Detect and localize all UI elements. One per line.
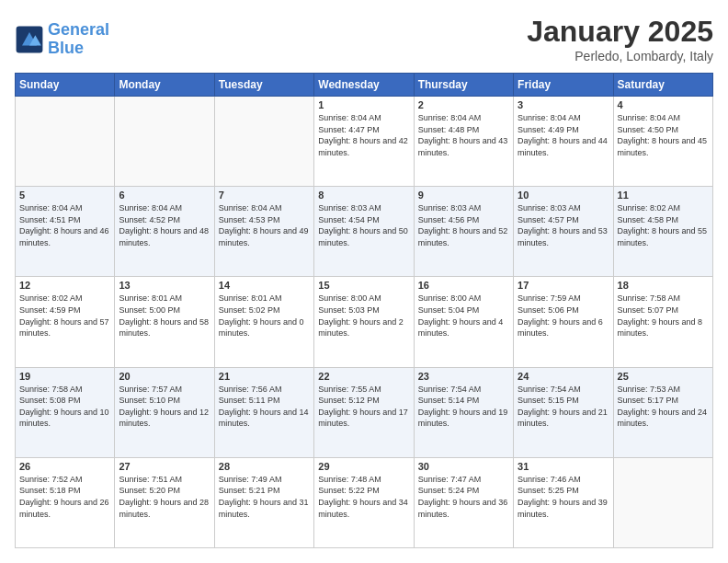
calendar-day-cell: 24Sunrise: 7:54 AM Sunset: 5:15 PM Dayli… bbox=[514, 367, 613, 457]
day-number: 24 bbox=[518, 371, 609, 382]
day-info: Sunrise: 8:00 AM Sunset: 5:04 PM Dayligh… bbox=[418, 293, 509, 339]
header: General Blue January 2025 Perledo, Lomba… bbox=[15, 15, 713, 63]
day-number: 18 bbox=[618, 280, 709, 291]
day-number: 7 bbox=[219, 190, 310, 201]
day-info: Sunrise: 8:03 AM Sunset: 4:54 PM Dayligh… bbox=[318, 202, 409, 248]
calendar-day-cell: 9Sunrise: 8:03 AM Sunset: 4:56 PM Daylig… bbox=[414, 187, 513, 277]
day-number: 6 bbox=[119, 190, 210, 201]
day-info: Sunrise: 7:52 AM Sunset: 5:18 PM Dayligh… bbox=[19, 474, 110, 520]
logo-text: General Blue bbox=[48, 21, 109, 58]
day-number: 26 bbox=[19, 461, 110, 472]
title-block: January 2025 Perledo, Lombardy, Italy bbox=[527, 15, 713, 63]
day-info: Sunrise: 7:57 AM Sunset: 5:10 PM Dayligh… bbox=[119, 384, 210, 430]
calendar-day-cell: 23Sunrise: 7:54 AM Sunset: 5:14 PM Dayli… bbox=[414, 367, 513, 457]
logo-icon bbox=[15, 25, 44, 54]
day-info: Sunrise: 7:55 AM Sunset: 5:12 PM Dayligh… bbox=[318, 384, 409, 430]
day-info: Sunrise: 7:58 AM Sunset: 5:08 PM Dayligh… bbox=[19, 384, 110, 430]
day-number: 2 bbox=[418, 99, 509, 110]
day-number: 30 bbox=[418, 461, 509, 472]
day-number: 12 bbox=[19, 280, 110, 291]
day-info: Sunrise: 8:02 AM Sunset: 4:58 PM Dayligh… bbox=[618, 202, 709, 248]
calendar-day-cell: 27Sunrise: 7:51 AM Sunset: 5:20 PM Dayli… bbox=[115, 457, 214, 547]
day-info: Sunrise: 8:00 AM Sunset: 5:03 PM Dayligh… bbox=[318, 293, 409, 339]
calendar-day-cell: 19Sunrise: 7:58 AM Sunset: 5:08 PM Dayli… bbox=[16, 367, 115, 457]
calendar-day-cell: 2Sunrise: 8:04 AM Sunset: 4:48 PM Daylig… bbox=[414, 97, 513, 187]
calendar-day-cell bbox=[214, 97, 313, 187]
calendar-page: General Blue January 2025 Perledo, Lomba… bbox=[0, 0, 728, 563]
calendar-day-cell: 5Sunrise: 8:04 AM Sunset: 4:51 PM Daylig… bbox=[16, 187, 115, 277]
calendar-day-cell: 11Sunrise: 8:02 AM Sunset: 4:58 PM Dayli… bbox=[613, 187, 712, 277]
calendar-day-cell: 10Sunrise: 8:03 AM Sunset: 4:57 PM Dayli… bbox=[514, 187, 613, 277]
calendar-day-cell: 8Sunrise: 8:03 AM Sunset: 4:54 PM Daylig… bbox=[314, 187, 414, 277]
logo-line2: Blue bbox=[48, 40, 109, 58]
calendar-day-cell bbox=[613, 457, 712, 547]
calendar-day-cell: 22Sunrise: 7:55 AM Sunset: 5:12 PM Dayli… bbox=[314, 367, 414, 457]
calendar-day-cell: 21Sunrise: 7:56 AM Sunset: 5:11 PM Dayli… bbox=[214, 367, 313, 457]
day-info: Sunrise: 7:59 AM Sunset: 5:06 PM Dayligh… bbox=[518, 293, 609, 339]
calendar-day-cell: 29Sunrise: 7:48 AM Sunset: 5:22 PM Dayli… bbox=[314, 457, 414, 547]
day-number: 14 bbox=[219, 280, 310, 291]
calendar-day-cell: 26Sunrise: 7:52 AM Sunset: 5:18 PM Dayli… bbox=[16, 457, 115, 547]
day-info: Sunrise: 7:56 AM Sunset: 5:11 PM Dayligh… bbox=[219, 384, 310, 430]
day-info: Sunrise: 8:01 AM Sunset: 5:02 PM Dayligh… bbox=[219, 293, 310, 339]
day-info: Sunrise: 8:04 AM Sunset: 4:51 PM Dayligh… bbox=[19, 202, 110, 248]
day-info: Sunrise: 7:53 AM Sunset: 5:17 PM Dayligh… bbox=[618, 384, 709, 430]
calendar-day-cell: 30Sunrise: 7:47 AM Sunset: 5:24 PM Dayli… bbox=[414, 457, 513, 547]
day-number: 31 bbox=[518, 461, 609, 472]
day-of-week-header: Sunday bbox=[16, 74, 115, 97]
day-number: 15 bbox=[318, 280, 409, 291]
calendar-day-cell: 12Sunrise: 8:02 AM Sunset: 4:59 PM Dayli… bbox=[16, 277, 115, 367]
day-info: Sunrise: 7:48 AM Sunset: 5:22 PM Dayligh… bbox=[318, 474, 409, 520]
day-info: Sunrise: 8:01 AM Sunset: 5:00 PM Dayligh… bbox=[119, 293, 210, 339]
day-number: 25 bbox=[618, 371, 709, 382]
location: Perledo, Lombardy, Italy bbox=[527, 49, 713, 63]
calendar-day-cell: 25Sunrise: 7:53 AM Sunset: 5:17 PM Dayli… bbox=[613, 367, 712, 457]
day-info: Sunrise: 7:54 AM Sunset: 5:15 PM Dayligh… bbox=[518, 384, 609, 430]
calendar-day-cell: 28Sunrise: 7:49 AM Sunset: 5:21 PM Dayli… bbox=[214, 457, 313, 547]
day-info: Sunrise: 8:04 AM Sunset: 4:47 PM Dayligh… bbox=[318, 112, 409, 158]
calendar-day-cell: 31Sunrise: 7:46 AM Sunset: 5:25 PM Dayli… bbox=[514, 457, 613, 547]
day-number: 21 bbox=[219, 371, 310, 382]
day-of-week-header: Wednesday bbox=[314, 74, 414, 97]
calendar-day-cell: 6Sunrise: 8:04 AM Sunset: 4:52 PM Daylig… bbox=[115, 187, 214, 277]
day-number: 9 bbox=[418, 190, 509, 201]
logo: General Blue bbox=[15, 21, 109, 58]
calendar-table: SundayMondayTuesdayWednesdayThursdayFrid… bbox=[15, 73, 713, 548]
calendar-day-cell: 3Sunrise: 8:04 AM Sunset: 4:49 PM Daylig… bbox=[514, 97, 613, 187]
day-info: Sunrise: 8:04 AM Sunset: 4:48 PM Dayligh… bbox=[418, 112, 509, 158]
calendar-day-cell: 16Sunrise: 8:00 AM Sunset: 5:04 PM Dayli… bbox=[414, 277, 513, 367]
calendar-week-row: 1Sunrise: 8:04 AM Sunset: 4:47 PM Daylig… bbox=[16, 97, 713, 187]
calendar-day-cell: 7Sunrise: 8:04 AM Sunset: 4:53 PM Daylig… bbox=[214, 187, 313, 277]
day-info: Sunrise: 7:49 AM Sunset: 5:21 PM Dayligh… bbox=[219, 474, 310, 520]
day-info: Sunrise: 8:02 AM Sunset: 4:59 PM Dayligh… bbox=[19, 293, 110, 339]
day-info: Sunrise: 8:03 AM Sunset: 4:56 PM Dayligh… bbox=[418, 202, 509, 248]
day-number: 11 bbox=[618, 190, 709, 201]
day-info: Sunrise: 7:58 AM Sunset: 5:07 PM Dayligh… bbox=[618, 293, 709, 339]
day-number: 8 bbox=[318, 190, 409, 201]
calendar-day-cell: 14Sunrise: 8:01 AM Sunset: 5:02 PM Dayli… bbox=[214, 277, 313, 367]
logo-line1: General bbox=[48, 21, 109, 40]
calendar-day-cell: 18Sunrise: 7:58 AM Sunset: 5:07 PM Dayli… bbox=[613, 277, 712, 367]
day-number: 20 bbox=[119, 371, 210, 382]
day-number: 13 bbox=[119, 280, 210, 291]
day-info: Sunrise: 8:04 AM Sunset: 4:53 PM Dayligh… bbox=[219, 202, 310, 248]
calendar-day-cell: 4Sunrise: 8:04 AM Sunset: 4:50 PM Daylig… bbox=[613, 97, 712, 187]
day-number: 5 bbox=[19, 190, 110, 201]
day-info: Sunrise: 7:47 AM Sunset: 5:24 PM Dayligh… bbox=[418, 474, 509, 520]
day-number: 27 bbox=[119, 461, 210, 472]
day-number: 17 bbox=[518, 280, 609, 291]
calendar-week-row: 19Sunrise: 7:58 AM Sunset: 5:08 PM Dayli… bbox=[16, 367, 713, 457]
day-info: Sunrise: 8:04 AM Sunset: 4:49 PM Dayligh… bbox=[518, 112, 609, 158]
day-number: 16 bbox=[418, 280, 509, 291]
calendar-day-cell: 13Sunrise: 8:01 AM Sunset: 5:00 PM Dayli… bbox=[115, 277, 214, 367]
calendar-header-row: SundayMondayTuesdayWednesdayThursdayFrid… bbox=[16, 74, 713, 97]
day-number: 19 bbox=[19, 371, 110, 382]
calendar-day-cell bbox=[16, 97, 115, 187]
calendar-week-row: 26Sunrise: 7:52 AM Sunset: 5:18 PM Dayli… bbox=[16, 457, 713, 547]
day-number: 23 bbox=[418, 371, 509, 382]
day-number: 10 bbox=[518, 190, 609, 201]
day-info: Sunrise: 8:03 AM Sunset: 4:57 PM Dayligh… bbox=[518, 202, 609, 248]
day-number: 28 bbox=[219, 461, 310, 472]
day-number: 4 bbox=[618, 99, 709, 110]
calendar-day-cell: 20Sunrise: 7:57 AM Sunset: 5:10 PM Dayli… bbox=[115, 367, 214, 457]
